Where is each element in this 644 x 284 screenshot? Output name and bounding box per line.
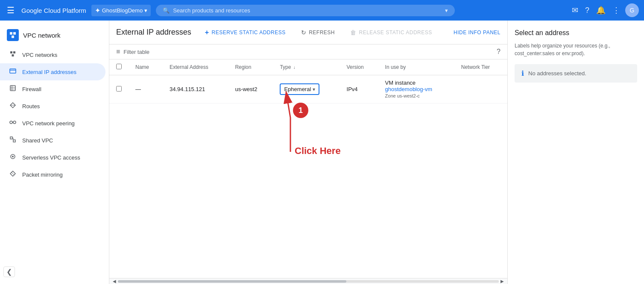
svg-rect-16 [10, 137, 12, 139]
page-toolbar: External IP addresses + RESERVE STATIC A… [109, 21, 507, 44]
col-in-use-by[interactable]: In use by [378, 59, 454, 75]
vpc-peering-icon [9, 119, 17, 127]
table-header-row: Name External Address Region Type ↓ [109, 59, 507, 75]
dropdown-arrow-icon: ▾ [313, 86, 315, 92]
scroll-track[interactable] [118, 280, 499, 283]
col-type[interactable]: Type ↓ [273, 59, 340, 75]
svg-point-14 [13, 121, 16, 124]
ip-addresses-table: Name External Address Region Type ↓ [109, 59, 507, 104]
sidebar-title: VPC network [23, 32, 61, 39]
col-region[interactable]: Region [228, 59, 273, 75]
no-addresses-selected: ℹ No addresses selected. [515, 64, 637, 83]
svg-rect-8 [10, 86, 15, 91]
collapse-sidebar-button[interactable]: ❮ [3, 266, 15, 277]
row-network-tier [454, 75, 507, 104]
delete-icon: 🗑 [350, 29, 357, 36]
toolbar-right: HIDE INFO PANEL [454, 29, 501, 36]
project-selector[interactable]: ✦ GhostBlogDemo ▾ [91, 5, 151, 16]
top-navigation: ☰ Google Cloud Platform ✦ GhostBlogDemo … [0, 0, 644, 21]
row-checkbox[interactable] [116, 86, 122, 92]
click-here-label: Click Here [295, 145, 341, 157]
vpc-network-icon [7, 29, 19, 41]
reserve-static-address-button[interactable]: + RESERVE STATIC ADDRESS [200, 26, 291, 39]
svg-rect-4 [13, 51, 15, 53]
sidebar-item-firewall[interactable]: Firewall [0, 80, 105, 98]
vpc-networks-icon [9, 50, 17, 59]
sidebar-item-serverless-vpc[interactable]: Serverless VPC access [0, 149, 105, 166]
sidebar-item-label: Routes [22, 103, 40, 109]
row-name: — [129, 75, 163, 104]
filter-placeholder[interactable]: Filter table [123, 49, 149, 55]
notifications-icon[interactable]: 🔔 [594, 4, 607, 17]
sidebar-header: VPC network [0, 24, 109, 46]
row-type[interactable]: Ephemeral ▾ [273, 75, 340, 104]
hamburger-menu[interactable]: ☰ [5, 3, 16, 17]
select-all-checkbox-header[interactable] [109, 59, 129, 75]
info-panel: Select an address Labels help organize y… [507, 21, 644, 284]
row-region: us-west2 [228, 75, 273, 104]
col-name[interactable]: Name [129, 59, 163, 75]
sidebar-item-label: Packet mirroring [22, 172, 63, 178]
sidebar: VPC network VPC networks External IP add… [0, 21, 109, 284]
svg-rect-0 [10, 32, 12, 35]
email-icon[interactable]: ✉ [570, 4, 580, 17]
horizontal-scrollbar[interactable]: ◀ ▶ [109, 278, 507, 284]
svg-rect-17 [13, 140, 15, 142]
svg-point-21 [12, 156, 14, 157]
select-all-checkbox[interactable] [116, 64, 122, 69]
project-name: GhostBlogDemo [102, 7, 143, 14]
no-selection-text: No addresses selected. [528, 70, 586, 77]
sidebar-item-label: VPC network peering [22, 120, 75, 127]
svg-rect-1 [13, 32, 16, 35]
sidebar-item-label: VPC networks [22, 52, 57, 58]
add-icon: + [205, 29, 209, 36]
filter-icon: ≡ [116, 48, 120, 56]
info-icon: ℹ [521, 69, 524, 77]
sidebar-item-vpc-peering[interactable]: VPC network peering [0, 115, 105, 132]
step-badge: 1 [293, 103, 308, 118]
sidebar-item-label: External IP addresses [22, 69, 76, 75]
info-panel-description: Labels help organize your resources (e.g… [515, 42, 637, 57]
search-placeholder: Search products and resources [173, 7, 250, 14]
vm-instance-link[interactable]: ghostdemoblog-vm [385, 86, 433, 92]
search-bar[interactable]: 🔍 Search products and resources ▾ [156, 5, 455, 16]
user-avatar[interactable]: G [625, 3, 639, 17]
more-options-icon[interactable]: ⋮ [611, 4, 622, 17]
filter-bar: ≡ Filter table ? [109, 44, 507, 59]
col-network-tier[interactable]: Network Tier [454, 59, 507, 75]
svg-point-13 [10, 121, 12, 124]
sidebar-item-label: Serverless VPC access [22, 154, 80, 161]
project-icon: ✦ [95, 6, 100, 15]
row-checkbox-cell[interactable] [109, 75, 129, 104]
scroll-left-btn[interactable]: ◀ [111, 279, 118, 284]
content-area: External IP addresses + RESERVE STATIC A… [109, 21, 644, 284]
help-icon[interactable]: ? [583, 4, 591, 17]
sidebar-item-routes[interactable]: Routes [0, 98, 105, 115]
serverless-vpc-icon [9, 153, 17, 162]
external-ip-icon [9, 68, 17, 76]
col-external-address[interactable]: External Address [163, 59, 228, 75]
refresh-button[interactable]: ↻ REFRESH [296, 27, 340, 38]
routes-icon [9, 102, 17, 110]
col-version[interactable]: Version [340, 59, 378, 75]
sidebar-item-shared-vpc[interactable]: Shared VPC [0, 132, 105, 149]
sidebar-item-external-ip[interactable]: External IP addresses [0, 63, 105, 80]
sidebar-item-packet-mirroring[interactable]: Packet mirroring [0, 166, 105, 183]
release-static-address-button[interactable]: 🗑 RELEASE STATIC ADDRESS [345, 27, 437, 38]
sidebar-item-label: Shared VPC [22, 137, 53, 144]
help-icon[interactable]: ? [497, 48, 501, 56]
svg-rect-2 [12, 36, 14, 38]
type-dropdown[interactable]: Ephemeral ▾ [280, 83, 319, 95]
app-title: Google Cloud Platform [21, 7, 86, 14]
svg-rect-3 [10, 51, 12, 53]
table-row: — 34.94.115.121 us-west2 Ephemeral ▾ IPv… [109, 75, 507, 104]
info-panel-title: Select an address [515, 29, 637, 37]
page-title: External IP addresses [116, 28, 191, 37]
scroll-right-btn[interactable]: ▶ [499, 279, 506, 284]
table-area: Name External Address Region Type ↓ [109, 59, 507, 284]
shared-vpc-icon [9, 136, 17, 145]
hide-info-panel-button[interactable]: HIDE INFO PANEL [454, 30, 501, 36]
svg-rect-6 [10, 69, 16, 73]
packet-mirroring-icon [9, 170, 17, 179]
sidebar-item-vpc-networks[interactable]: VPC networks [0, 46, 105, 63]
